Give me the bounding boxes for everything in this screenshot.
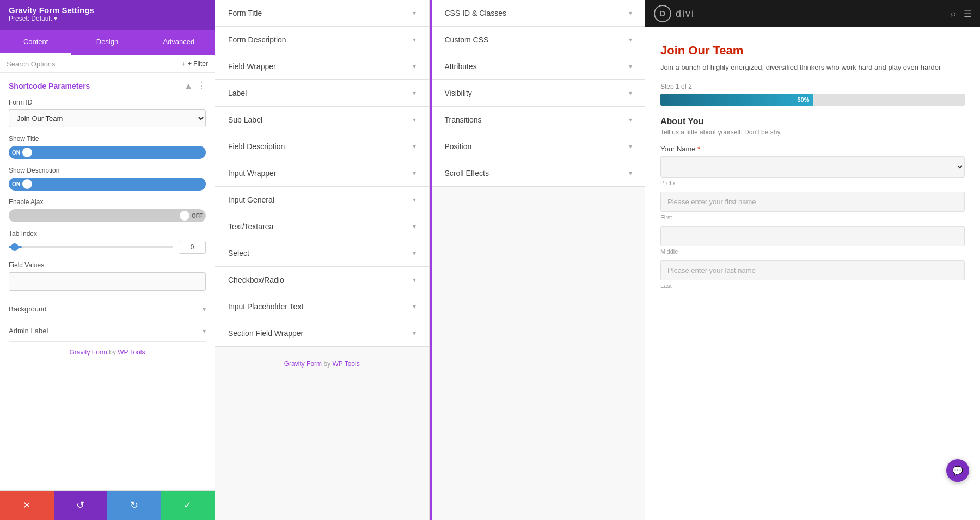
chevron-icon-sc: ▾ [629, 169, 632, 177]
collapse-button[interactable]: ▲ [184, 81, 193, 91]
last-label: Last [660, 283, 965, 289]
show-description-toggle[interactable]: ON [9, 178, 206, 191]
floating-chat-button[interactable]: 💬 [946, 459, 969, 482]
first-name-input[interactable] [660, 192, 965, 212]
chevron-down-icon-2: ▾ [203, 327, 206, 335]
admin-label-accordion[interactable]: Admin Label ▾ [9, 320, 206, 342]
input-wrapper-label: Input Wrapper [228, 169, 276, 178]
prefix-select[interactable] [660, 156, 965, 178]
slider-value[interactable]: 0 [179, 241, 206, 254]
divi-logo-icon: D [654, 5, 671, 22]
chevron-icon-ip: ▾ [413, 303, 416, 310]
wp-tools-link[interactable]: WP Tools [118, 348, 145, 356]
chevron-icon-ft: ▾ [413, 9, 416, 17]
position-label: Position [445, 142, 472, 151]
chevron-down-icon: ▾ [203, 305, 206, 313]
menu-icon[interactable]: ☰ [964, 9, 971, 19]
tab-content[interactable]: Content [0, 30, 71, 55]
more-button[interactable]: ⋮ [197, 81, 206, 91]
chevron-icon-se: ▾ [413, 249, 416, 257]
label-label: Label [228, 89, 247, 97]
middle-footer-by: by [323, 360, 332, 368]
save-button[interactable]: ✓ [161, 491, 215, 520]
shortcode-title: Shortcode Parameters [9, 82, 90, 90]
preview-content: Join Our Team Join a bunch of highly ene… [645, 27, 980, 520]
enable-ajax-label: Enable Ajax [9, 198, 206, 206]
chevron-icon-cr: ▾ [413, 276, 416, 284]
middle-gravity-form-link[interactable]: Gravity Form [284, 360, 322, 368]
search-icon[interactable]: ⌕ [951, 9, 956, 19]
last-name-input[interactable] [660, 260, 965, 280]
middle-footer-link: Gravity Form by WP Tools [215, 353, 429, 370]
custom-css-accordion[interactable]: Custom CSS ▾ [432, 27, 646, 53]
attributes-accordion[interactable]: Attributes ▾ [432, 53, 646, 80]
design-left-col: Form Title ▾ Form Description ▾ Field Wr… [215, 0, 430, 520]
progress-bar: 50% [660, 94, 965, 106]
tab-advanced[interactable]: Advanced [143, 30, 215, 55]
visibility-accordion[interactable]: Visibility ▾ [432, 80, 646, 107]
divi-header-right: ⌕ ☰ [951, 9, 971, 19]
middle-panel: Form Title ▾ Form Description ▾ Field Wr… [215, 0, 645, 520]
show-title-row: Show Title ON [9, 135, 206, 159]
field-description-accordion[interactable]: Field Description ▾ [215, 133, 429, 160]
footer-link: Gravity Form by WP Tools [9, 342, 206, 358]
enable-ajax-toggle[interactable]: OFF [9, 209, 206, 222]
field-wrapper-accordion[interactable]: Field Wrapper ▾ [215, 53, 429, 80]
slider-track[interactable] [9, 246, 173, 248]
show-title-toggle[interactable]: ON [9, 146, 206, 159]
chevron-icon-fde: ▾ [413, 143, 416, 150]
slider-thumb[interactable] [11, 243, 19, 251]
form-id-select[interactable]: Join Our Team [9, 109, 206, 127]
transitions-label: Transitions [445, 115, 482, 124]
transitions-accordion[interactable]: Transitions ▾ [432, 107, 646, 133]
input-wrapper-accordion[interactable]: Input Wrapper ▾ [215, 160, 429, 187]
form-id-group: Form ID Join Our Team [9, 99, 206, 127]
field-values-input[interactable] [9, 272, 206, 291]
background-accordion[interactable]: Background ▾ [9, 298, 206, 320]
progress-fill: 50% [660, 94, 813, 106]
text-textarea-accordion[interactable]: Text/Textarea ▾ [215, 213, 429, 240]
chevron-icon-at: ▾ [629, 63, 632, 70]
redo-button[interactable]: ↻ [107, 491, 161, 520]
select-accordion[interactable]: Select ▾ [215, 240, 429, 267]
undo-button[interactable]: ↺ [54, 491, 108, 520]
input-placeholder-accordion[interactable]: Input Placeholder Text ▾ [215, 293, 429, 320]
filter-button[interactable]: + Filter [181, 59, 208, 68]
toggle-knob [22, 148, 32, 157]
section-subheading: Tell us a little about yourself. Don't b… [660, 129, 965, 136]
form-title-accordion[interactable]: Form Title ▾ [215, 0, 429, 27]
show-title-state: ON [12, 150, 20, 156]
form-description-accordion[interactable]: Form Description ▾ [215, 27, 429, 53]
cancel-button[interactable]: ✕ [0, 491, 54, 520]
search-placeholder: Search Options [7, 60, 181, 68]
chevron-icon-cid: ▾ [629, 9, 632, 17]
preset-label[interactable]: Preset: Default ▾ [9, 15, 206, 22]
field-name-label: Your Name * [660, 145, 965, 153]
middle-label: Middle [660, 248, 965, 255]
shortcode-header: Shortcode Parameters ▲ ⋮ [9, 81, 206, 91]
label-accordion[interactable]: Label ▾ [215, 80, 429, 107]
section-field-wrapper-accordion[interactable]: Section Field Wrapper ▾ [215, 320, 429, 347]
top-bar: Gravity Form Settings Preset: Default ▾ [0, 0, 215, 30]
toggle-knob-3 [180, 211, 189, 221]
sub-label-accordion[interactable]: Sub Label ▾ [215, 107, 429, 133]
scroll-effects-accordion[interactable]: Scroll Effects ▾ [432, 160, 646, 187]
checkbox-radio-accordion[interactable]: Checkbox/Radio ▾ [215, 267, 429, 293]
field-wrapper-label: Field Wrapper [228, 62, 276, 71]
form-title-label: Form Title [228, 9, 262, 17]
middle-wp-tools-link[interactable]: WP Tools [332, 360, 359, 368]
tab-design[interactable]: Design [71, 30, 143, 55]
preview-form-description: Join a bunch of highly energized, divers… [660, 62, 965, 73]
css-id-classes-accordion[interactable]: CSS ID & Classes ▾ [432, 0, 646, 27]
required-indicator: * [697, 145, 700, 153]
form-id-label: Form ID [9, 99, 206, 106]
input-general-accordion[interactable]: Input General ▾ [215, 187, 429, 213]
bottom-bar: ✕ ↺ ↻ ✓ [0, 490, 215, 520]
position-accordion[interactable]: Position ▾ [432, 133, 646, 160]
background-label: Background [9, 305, 46, 313]
gravity-form-link[interactable]: Gravity Form [70, 348, 107, 356]
css-id-classes-label: CSS ID & Classes [445, 9, 507, 17]
admin-label-label: Admin Label [9, 327, 48, 335]
panel-content: Shortcode Parameters ▲ ⋮ Form ID Join Ou… [0, 73, 215, 490]
middle-name-input[interactable] [660, 226, 965, 246]
